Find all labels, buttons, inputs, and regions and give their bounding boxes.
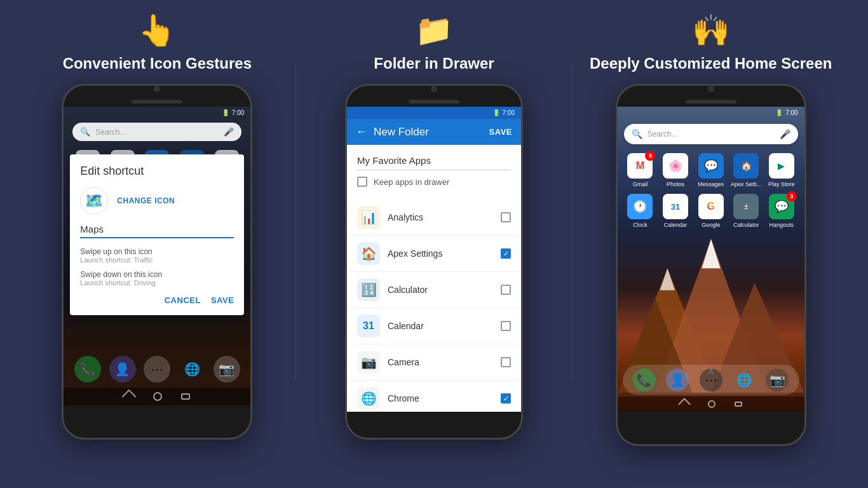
gmail-label-3: Gmail bbox=[633, 181, 648, 187]
svg-marker-4 bbox=[702, 239, 720, 268]
phone-frame-2: 🔋 7:00 ← New Folder SAVE bbox=[345, 84, 523, 440]
change-icon-button[interactable]: CHANGE ICON bbox=[117, 196, 175, 205]
search-text-1: Search... bbox=[95, 128, 126, 137]
dialog-actions: CANCEL SAVE bbox=[80, 295, 234, 305]
phone1-dock: 📞 👤 ⋯ 🌐 📷 bbox=[64, 352, 250, 386]
phone-frame-1: 🔋 7:00 🔍 Search... 🎤 M Gm bbox=[62, 84, 252, 440]
nav-back-3[interactable] bbox=[678, 398, 691, 410]
dock-chrome-3[interactable]: 🌐 bbox=[733, 369, 756, 391]
home-search-bar-3[interactable]: 🔍 Search... 🎤 bbox=[624, 124, 798, 144]
calculator-icon-3[interactable]: ± bbox=[733, 194, 759, 219]
swipe-up-title: Swipe up on this icon bbox=[80, 247, 234, 256]
calendar-wrap-3: 31 Calendar bbox=[660, 194, 691, 228]
dock-contacts-3[interactable]: 👤 bbox=[666, 369, 689, 391]
photos-icon-3[interactable]: 🌸 bbox=[663, 153, 688, 179]
phone-camera-2 bbox=[431, 86, 437, 92]
dock-contacts-1[interactable]: 👤 bbox=[109, 356, 136, 383]
new-folder-header: ← New Folder SAVE bbox=[347, 119, 521, 145]
status-bar-1: 🔋 7:00 bbox=[64, 107, 250, 119]
feature-section-1: 👆 Convenient Icon Gestures 🔋 7:00 bbox=[19, 13, 295, 440]
dialog-title: Edit shortcut bbox=[80, 165, 234, 178]
svg-marker-5 bbox=[660, 268, 675, 290]
section2-title: Folder in Drawer bbox=[374, 55, 494, 72]
time-2: 7:00 bbox=[503, 109, 515, 116]
apex-label-3: Apex Setti... bbox=[731, 181, 762, 187]
time-3: 7:00 bbox=[785, 109, 797, 116]
dock-camera-3[interactable]: 📷 bbox=[766, 369, 789, 391]
dock-3: 📞 👤 ⋯ 🌐 📷 bbox=[623, 365, 799, 395]
app-row-1: M 5 Gmail 🌸 Photos 💬 bbox=[618, 149, 804, 191]
dock-drawer-1[interactable]: ⋯ bbox=[144, 356, 170, 383]
keep-in-drawer-checkbox[interactable] bbox=[357, 177, 367, 187]
hangouts-icon-3[interactable]: 💬 3 bbox=[769, 194, 794, 219]
analytics-icon: 📊 bbox=[357, 206, 380, 229]
phone-screen-2: 🔋 7:00 ← New Folder SAVE bbox=[347, 107, 521, 412]
messages-icon-3[interactable]: 💬 bbox=[698, 153, 724, 179]
folder-name-input[interactable] bbox=[357, 152, 511, 170]
status-bar-3: 🔋 7:00 bbox=[618, 107, 804, 119]
status-icons-3: 🔋 7:00 bbox=[775, 109, 797, 116]
main-container: 👆 Convenient Icon Gestures 🔋 7:00 bbox=[0, 0, 868, 488]
camera-icon: 📷 bbox=[357, 351, 380, 374]
list-item-camera[interactable]: 📷 Camera bbox=[347, 344, 521, 381]
calculator-name: Calculator bbox=[388, 285, 501, 295]
google-icon-3[interactable]: G bbox=[698, 194, 724, 219]
calendar-icon-3[interactable]: 31 bbox=[663, 194, 688, 219]
status-icons-2: 🔋 7:00 bbox=[492, 109, 515, 116]
calculator-label-3: Calculator bbox=[733, 222, 759, 228]
folder-save-button[interactable]: SAVE bbox=[489, 127, 512, 137]
swipe-down-row: Swipe down on this icon Launch shortcut:… bbox=[80, 270, 234, 287]
back-arrow-2[interactable]: ← bbox=[356, 125, 367, 139]
camera-checkbox[interactable] bbox=[501, 357, 511, 367]
cancel-button[interactable]: CANCEL bbox=[165, 295, 201, 305]
apex-wrap-3: 🏠 Apex Setti... bbox=[730, 153, 762, 187]
status-icons-1: 🔋 7:00 bbox=[222, 109, 244, 116]
list-item-chrome[interactable]: 🌐 Chrome ✓ bbox=[347, 381, 521, 412]
nav-recents-1[interactable] bbox=[181, 393, 190, 400]
nav-recents-3[interactable] bbox=[735, 402, 742, 407]
dock-phone-1[interactable]: 📞 bbox=[74, 356, 101, 383]
save-button[interactable]: SAVE bbox=[211, 295, 234, 305]
apex-icon-3[interactable]: 🏠 bbox=[733, 153, 759, 179]
apex-checkbox[interactable]: ✓ bbox=[501, 248, 511, 259]
list-item-calculator[interactable]: 🔢 Calculator bbox=[347, 272, 521, 308]
nav-bar-1 bbox=[64, 388, 250, 405]
calendar-icon: 31 bbox=[357, 315, 380, 337]
swipe-up-subtitle: Launch shortcut: Traffic bbox=[80, 256, 234, 264]
chrome-checkbox[interactable]: ✓ bbox=[501, 393, 511, 403]
dock-drawer-3[interactable]: ⋯ bbox=[700, 369, 722, 391]
list-item-calendar[interactable]: 31 Calendar bbox=[347, 308, 521, 344]
calculator-icon: 🔢 bbox=[357, 278, 380, 301]
app-name-input[interactable] bbox=[80, 221, 234, 238]
keep-in-drawer-label: Keep apps in drawer bbox=[374, 177, 449, 187]
dock-camera-1[interactable]: 📷 bbox=[214, 356, 240, 383]
nav-home-1[interactable] bbox=[153, 392, 162, 401]
phone-camera-3 bbox=[708, 86, 714, 92]
list-item-analytics[interactable]: 📊 Analytics bbox=[347, 200, 521, 236]
clock-wrap-3: 🕐 Clock bbox=[624, 194, 656, 228]
apex-name: Apex Settings bbox=[388, 248, 501, 259]
list-item-apex[interactable]: 🏠 Apex Settings ✓ bbox=[347, 236, 521, 272]
folder-name-section: Keep apps in drawer bbox=[347, 145, 521, 197]
feature-section-2: 📁 Folder in Drawer 🔋 7:00 ← New Folder bbox=[296, 13, 573, 440]
playstore-icon-3[interactable]: ▶ bbox=[769, 153, 794, 179]
clock-icon-3[interactable]: 🕐 bbox=[627, 194, 653, 219]
phone-search-bar-1[interactable]: 🔍 Search... 🎤 bbox=[72, 123, 241, 141]
nav-home-3[interactable] bbox=[708, 400, 715, 408]
phone-screen-3: 🔋 7:00 🔍 Search... 🎤 M 5 bbox=[618, 107, 804, 412]
calculator-checkbox[interactable] bbox=[501, 285, 511, 295]
edit-shortcut-dialog: Edit shortcut 🗺️ CHANGE ICON Swipe up on… bbox=[70, 154, 244, 315]
phone1-dock-area: 📞 👤 ⋯ 🌐 📷 bbox=[64, 352, 250, 386]
dock-phone-3[interactable]: 📞 bbox=[633, 369, 656, 391]
search-icon-1: 🔍 bbox=[80, 127, 90, 137]
dock-chrome-1[interactable]: 🌐 bbox=[179, 356, 205, 383]
phone-speaker-2 bbox=[409, 100, 459, 104]
google-wrap-3: G Google bbox=[695, 194, 727, 228]
mic-icon-3: 🎤 bbox=[780, 129, 790, 139]
gmail-icon-3[interactable]: M 5 bbox=[627, 153, 653, 179]
gmail-wrap-3: M 5 Gmail bbox=[624, 153, 656, 187]
analytics-checkbox[interactable] bbox=[501, 212, 511, 222]
calendar-checkbox[interactable] bbox=[501, 321, 511, 331]
nav-back-1[interactable] bbox=[122, 390, 137, 404]
folder-header-title: New Folder bbox=[374, 126, 429, 139]
